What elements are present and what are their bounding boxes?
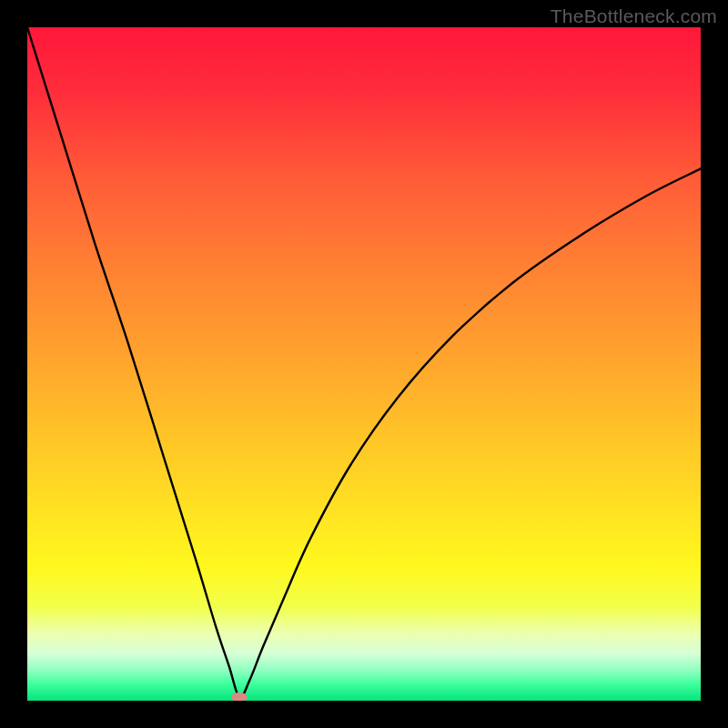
minimum-marker-icon bbox=[231, 693, 248, 701]
watermark-text: TheBottleneck.com bbox=[551, 5, 717, 27]
plot-area bbox=[27, 27, 701, 701]
chart-frame: TheBottleneck.com bbox=[0, 0, 728, 728]
bottleneck-curve bbox=[27, 27, 701, 701]
